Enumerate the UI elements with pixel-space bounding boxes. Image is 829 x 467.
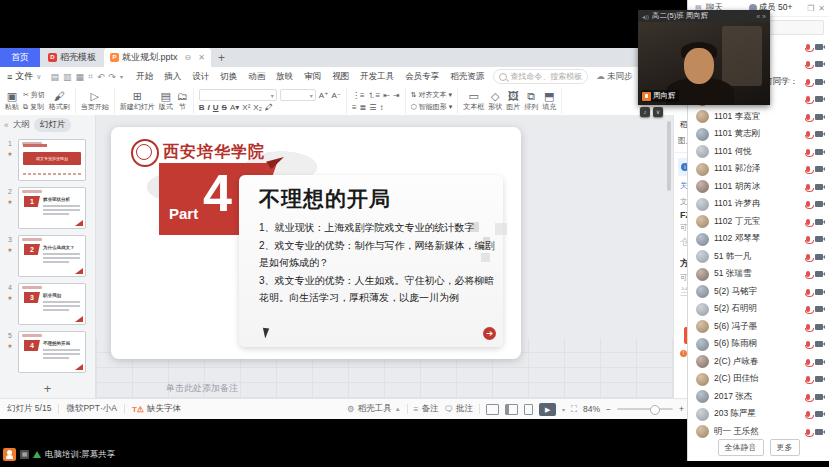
slide-sorter-view-icon[interactable] (505, 404, 518, 415)
numbered-list-button[interactable]: ⒈≡ (368, 90, 381, 101)
format-painter-button[interactable]: 🖌 格式刷 (49, 90, 70, 112)
camera-off-icon[interactable] (815, 429, 823, 435)
more-quick-icons-chevron[interactable]: ▾ (118, 73, 125, 80)
zoom-out-button[interactable]: − (606, 404, 611, 414)
ribbon-tab[interactable]: 会员专享 (400, 69, 444, 85)
section-button[interactable]: 🗂 节 (177, 90, 188, 112)
align-left-button[interactable]: ≡ (352, 103, 357, 112)
member-row[interactable]: 1102 丁元宝 (688, 213, 829, 231)
ribbon-tab[interactable]: 稻壳资源 (445, 69, 489, 85)
font-color-button[interactable]: A▾ (230, 103, 239, 112)
normal-view-icon[interactable] (486, 404, 499, 415)
camera-off-icon[interactable] (815, 306, 823, 312)
slideshow-play-button[interactable]: ▶ (539, 403, 556, 416)
theme-name[interactable]: 微软PPT·小A (59, 403, 124, 415)
mic-muted-icon[interactable] (806, 306, 810, 312)
member-row[interactable]: 5(6) 陈雨桐 (688, 336, 829, 354)
expand-video-icon[interactable]: » (762, 13, 766, 20)
arrange-button[interactable]: ⧉ 排列 (524, 90, 538, 112)
picture-button[interactable]: 🖼 图片 (506, 90, 520, 112)
tab-home[interactable]: 首页 (0, 48, 40, 67)
missing-font-status[interactable]: T⚠ 缺失字体 (125, 403, 188, 415)
mic-muted-icon[interactable] (806, 201, 810, 207)
thumbnail-slide[interactable]: 2 ★ 1 就业现状分析 (18, 187, 87, 229)
current-slide[interactable]: 西安培华学院 Part 4 不理想的开局 1、就业现状：上海戏剧学院戏文专业的统… (111, 127, 521, 359)
camera-off-icon[interactable] (815, 114, 823, 120)
play-options-chevron[interactable]: ▾ (562, 406, 565, 413)
ribbon-tab[interactable]: 放映 (271, 69, 298, 85)
member-row[interactable]: 1101 黄志刚 (688, 126, 829, 144)
notes-button[interactable]: ≡ 备注 (414, 403, 439, 415)
ribbon-tab[interactable]: 切换 (215, 69, 242, 85)
smart-graphic-button[interactable]: ⬡ 智能图形 ▾ (411, 102, 453, 112)
canvas-scrollbar[interactable] (667, 121, 671, 191)
increase-font-icon[interactable]: A⁺ (319, 91, 329, 100)
notes-hint[interactable]: 单击此处添加备注 (166, 382, 238, 395)
mic-muted-icon[interactable] (806, 376, 810, 382)
minimize-video-icon[interactable]: « (756, 13, 760, 20)
ribbon-tab[interactable]: 视图 (327, 69, 354, 85)
play-from-current-button[interactable]: ▷ 当页开始 (81, 90, 109, 112)
superscript-button[interactable]: X² (242, 103, 250, 112)
mic-muted-icon[interactable] (806, 96, 810, 102)
close-panel-icon[interactable]: ✕ (818, 4, 825, 13)
tab-docer[interactable]: D 稻壳模板 (40, 48, 104, 67)
align-center-button[interactable]: ≣ (360, 103, 367, 112)
fit-window-icon[interactable]: ⛶ (571, 404, 577, 415)
textbox-button[interactable]: ▭ 文本框 (463, 90, 484, 112)
camera-off-icon[interactable] (815, 289, 823, 295)
underline-button[interactable]: U (213, 103, 219, 112)
thumbnail-slide[interactable]: 3 ★ 2 为什么选戏文？ (18, 235, 87, 277)
mic-muted-icon[interactable] (806, 166, 810, 172)
member-row[interactable]: 2(C) 卢咏春 (688, 353, 829, 371)
mic-muted-icon[interactable] (806, 149, 810, 155)
mic-muted-icon[interactable] (806, 236, 810, 242)
ribbon-tab[interactable]: 开发工具 (355, 69, 399, 85)
camera-off-icon[interactable] (815, 96, 823, 102)
mic-muted-icon[interactable] (806, 411, 810, 417)
highlight-button[interactable]: 🖍 (265, 103, 273, 112)
ribbon-tab[interactable]: 插入 (159, 69, 186, 85)
file-menu-button[interactable]: ≡ 文件 ∨ (0, 70, 48, 83)
mic-muted-icon[interactable] (806, 114, 810, 120)
reading-view-icon[interactable] (524, 404, 533, 415)
webcam-overlay[interactable]: ◂)) 高二(5)班 周向辉 « » 周向辉 (638, 10, 770, 105)
mic-muted-icon[interactable] (806, 341, 810, 347)
thumbnail-slide[interactable]: 4 ★ 3 职业规划 (18, 283, 87, 325)
output-icon[interactable]: ▥ (61, 72, 74, 82)
camera-off-icon[interactable] (815, 166, 823, 172)
member-row[interactable]: 203 陈严星 (688, 406, 829, 424)
docer-tool-button[interactable]: ⚙ 稻壳工具 ▲ (347, 403, 401, 415)
ribbon-tab[interactable]: 动画 (243, 69, 270, 85)
camera-off-icon[interactable] (815, 44, 823, 50)
mic-muted-icon[interactable] (806, 219, 810, 225)
member-row[interactable]: 1101 郭冶泽 (688, 161, 829, 179)
new-slide-button[interactable]: ⊞ 新建幻灯片 (120, 90, 155, 112)
slide-layout-button[interactable]: ▤ 版式 (159, 90, 173, 112)
member-row[interactable]: 1101 何悦 (688, 143, 829, 161)
camera-off-icon[interactable] (815, 61, 823, 67)
mic-control-icon[interactable]: ♪ (640, 107, 650, 117)
align-right-button[interactable]: ☰ (369, 103, 376, 112)
camera-off-icon[interactable] (815, 411, 823, 417)
add-slide-button[interactable]: + (0, 381, 95, 396)
tab-close-icon[interactable]: ✕ (198, 53, 205, 62)
collapse-panel-icon[interactable]: « (4, 120, 9, 130)
font-size-combo[interactable]: ▾ (280, 89, 316, 101)
mic-muted-icon[interactable] (806, 184, 810, 190)
tab-outline[interactable]: 大纲 (13, 119, 30, 131)
zoom-percentage[interactable]: 84% (583, 404, 600, 414)
member-row[interactable]: 5(6) 冯子墨 (688, 318, 829, 336)
member-row[interactable]: 明一 王乐然 (688, 423, 829, 439)
mic-muted-icon[interactable] (806, 131, 810, 137)
zoom-slider[interactable] (617, 408, 673, 410)
ribbon-tab[interactable]: 设计 (187, 69, 214, 85)
webcam-title-bar[interactable]: ◂)) 高二(5)班 周向辉 « » (638, 10, 770, 22)
zoom-slider-knob[interactable] (650, 405, 660, 415)
command-search-box[interactable]: 查找命令、搜索模板 (493, 69, 588, 84)
camera-off-icon[interactable] (815, 359, 823, 365)
redo-icon[interactable]: ↷ (107, 72, 119, 82)
screen-share-indicator[interactable]: ▦ 电脑培训:屏幕共享 (3, 448, 115, 461)
member-row[interactable]: 2(C) 田佳怡 (688, 371, 829, 389)
mic-muted-icon[interactable] (806, 289, 810, 295)
